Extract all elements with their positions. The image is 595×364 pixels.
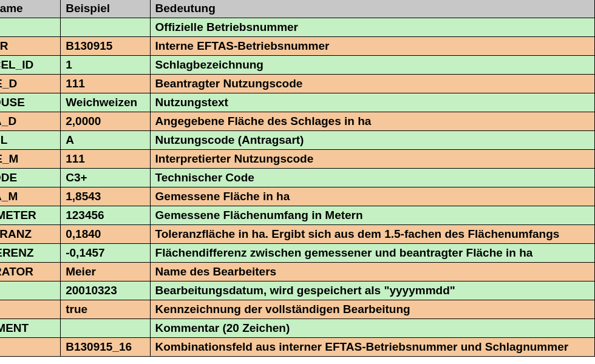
field-definition-table: Feldname Beispiel Bedeutung BNROffiziell…: [0, 0, 595, 357]
cell-feldname: OPERATOR: [0, 263, 61, 281]
cell-feldname: PERIMETER: [0, 206, 61, 225]
cell-bedeutung: Kombinationsfeld aus interner EFTAS-Betr…: [150, 338, 594, 357]
table-row: CODE_D111Beantragter Nutzungscode: [0, 75, 595, 93]
table-header-row: Feldname Beispiel Bedeutung: [0, 0, 595, 18]
cell-feldname: AREA_M: [0, 187, 61, 206]
cell-beispiel: A: [61, 131, 150, 150]
cell-feldname: COMMENT: [0, 319, 61, 338]
cell-bedeutung: Toleranzfläche in ha. Ergibt sich aus de…: [150, 225, 594, 244]
cell-bedeutung: Interne EFTAS-Betriebsnummer: [150, 37, 594, 56]
table-row: LABELANutzungscode (Antragsart): [0, 131, 595, 150]
cell-beispiel: 111: [61, 150, 150, 169]
table-row: E_BNRB130915Interne EFTAS-Betriebsnummer: [0, 37, 595, 56]
table-row: PARCEL_ID1Schlagbezeichnung: [0, 56, 595, 75]
cell-beispiel: [61, 18, 150, 37]
cell-feldname: BNR: [0, 18, 61, 37]
cell-beispiel: C3+: [61, 169, 150, 187]
cell-beispiel: B130915: [61, 37, 150, 56]
cell-bedeutung: Name des Bearbeiters: [150, 263, 594, 281]
cell-bedeutung: Kennzeichnung der vollständigen Bearbeit…: [150, 300, 594, 319]
table-row: COMMENTKommentar (20 Zeichen): [0, 319, 595, 338]
cell-beispiel: Meier: [61, 263, 150, 281]
cell-beispiel: 1: [61, 56, 150, 75]
cell-beispiel: Weichweizen: [61, 93, 150, 112]
table-row: DIFFERENZ-0,1457Flächendifferenz zwische…: [0, 244, 595, 263]
cell-feldname: AREA_D: [0, 112, 61, 131]
cell-bedeutung: Gemessene Fläche in ha: [150, 187, 594, 206]
table-row: AREA_D2,0000Angegebene Fläche des Schlag…: [0, 112, 595, 131]
table-row: KEYB130915_16Kombinationsfeld aus intern…: [0, 338, 595, 357]
cell-bedeutung: Gemessene Flächenumfang in Metern: [150, 206, 594, 225]
table-row: DATE20010323Bearbeitungsdatum, wird gesp…: [0, 281, 595, 300]
cell-bedeutung: Nutzungstext: [150, 93, 594, 112]
cell-bedeutung: Kommentar (20 Zeichen): [150, 319, 594, 338]
cell-beispiel: [61, 319, 150, 338]
cell-beispiel: 2,0000: [61, 112, 150, 131]
cell-feldname: FLAG: [0, 300, 61, 319]
cell-feldname: TOLERANZ: [0, 225, 61, 244]
cell-bedeutung: Interpretierter Nutzungscode: [150, 150, 594, 169]
cell-beispiel: -0,1457: [61, 244, 150, 263]
cell-beispiel: 123456: [61, 206, 150, 225]
cell-bedeutung: Flächendifferenz zwischen gemessener und…: [150, 244, 594, 263]
table-row: CODE_M111Interpretierter Nutzungscode: [0, 150, 595, 169]
cell-beispiel: 111: [61, 75, 150, 93]
cell-feldname: KEY: [0, 338, 61, 357]
table-body: BNROffizielle BetriebsnummerE_BNRB130915…: [0, 18, 595, 357]
table-row: PERIMETER123456Gemessene Flächenumfang i…: [0, 206, 595, 225]
cell-feldname: TECODE: [0, 169, 61, 187]
cell-bedeutung: Angegebene Fläche des Schlages in ha: [150, 112, 594, 131]
cell-beispiel: true: [61, 300, 150, 319]
table-row: BNROffizielle Betriebsnummer: [0, 18, 595, 37]
header-bedeutung: Bedeutung: [150, 0, 594, 18]
cell-feldname: DIFFERENZ: [0, 244, 61, 263]
cell-feldname: E_BNR: [0, 37, 61, 56]
table-row: AREA_M1,8543Gemessene Fläche in ha: [0, 187, 595, 206]
header-beispiel: Beispiel: [61, 0, 150, 18]
field-definition-table-wrap: Feldname Beispiel Bedeutung BNROffiziell…: [0, 0, 595, 364]
table-row: TOLERANZ0,1840Toleranzfläche in ha. Ergi…: [0, 225, 595, 244]
cell-bedeutung: Offizielle Betriebsnummer: [150, 18, 594, 37]
table-row: OPERATORMeierName des Bearbeiters: [0, 263, 595, 281]
cell-bedeutung: Schlagbezeichnung: [150, 56, 594, 75]
table-row: TECODEC3+Technischer Code: [0, 169, 595, 187]
cell-bedeutung: Nutzungscode (Antragsart): [150, 131, 594, 150]
cell-feldname: DATE: [0, 281, 61, 300]
table-row: FLAGtrueKennzeichnung der vollständigen …: [0, 300, 595, 319]
cell-beispiel: 0,1840: [61, 225, 150, 244]
cell-feldname: LABEL: [0, 131, 61, 150]
cell-beispiel: 20010323: [61, 281, 150, 300]
cell-feldname: LANDUSE: [0, 93, 61, 112]
table-row: LANDUSEWeichweizenNutzungstext: [0, 93, 595, 112]
table-header: Feldname Beispiel Bedeutung: [0, 0, 595, 18]
cell-feldname: CODE_D: [0, 75, 61, 93]
cell-beispiel: B130915_16: [61, 338, 150, 357]
cell-feldname: CODE_M: [0, 150, 61, 169]
cell-bedeutung: Beantragter Nutzungscode: [150, 75, 594, 93]
cell-feldname: PARCEL_ID: [0, 56, 61, 75]
header-feldname: Feldname: [0, 0, 61, 18]
cell-beispiel: 1,8543: [61, 187, 150, 206]
cell-bedeutung: Bearbeitungsdatum, wird gespeichert als …: [150, 281, 594, 300]
cell-bedeutung: Technischer Code: [150, 169, 594, 187]
